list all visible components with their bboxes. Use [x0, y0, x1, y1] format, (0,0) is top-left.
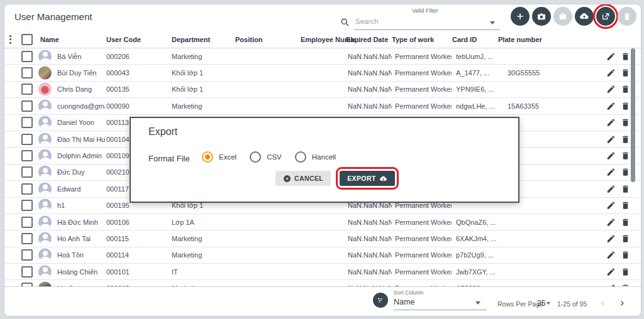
export-confirm-button[interactable]: EXPORT — [340, 171, 395, 186]
vertical-scrollbar[interactable] — [631, 48, 635, 182]
trash-icon — [621, 251, 630, 260]
delete-button[interactable] — [621, 267, 630, 276]
export-button[interactable] — [596, 7, 615, 26]
trash-icon — [621, 267, 630, 276]
chevron-right-icon — [618, 300, 626, 307]
table-row[interactable]: Bá Viễn 000206 Marketing NaN.NaN.NaN Per… — [4, 48, 641, 65]
table-row[interactable]: Hoà Tôn 000114 Marketing NaN.NaN.NaN Per… — [4, 247, 641, 264]
cell-card-id: p7b2Ug9, ... — [456, 251, 503, 259]
cell-department: Marketing — [172, 102, 231, 110]
edit-button[interactable] — [606, 251, 616, 260]
cell-user-code: 000090 — [106, 102, 150, 110]
select-all-checkbox[interactable] — [21, 34, 33, 45]
row-checkbox[interactable] — [21, 183, 33, 195]
cell-name: Đức Duy — [57, 168, 105, 176]
trash-icon — [622, 11, 632, 21]
row-checkbox[interactable] — [21, 150, 33, 161]
pencil-icon — [606, 51, 616, 61]
row-checkbox[interactable] — [21, 51, 33, 62]
valid-filter-select[interactable] — [411, 16, 500, 30]
delete-button[interactable] — [621, 217, 630, 227]
delete-button[interactable] — [621, 234, 630, 243]
col-name: Name — [40, 36, 59, 43]
rows-per-page-value: 25 — [537, 299, 545, 308]
edit-button[interactable] — [606, 234, 616, 243]
cell-name: Edward — [57, 185, 105, 193]
row-checkbox[interactable] — [21, 100, 33, 112]
delete-button[interactable] — [621, 184, 630, 193]
edit-button[interactable] — [606, 118, 616, 127]
delete-button[interactable] — [621, 118, 630, 127]
row-checkbox[interactable] — [21, 166, 33, 178]
row-checkbox[interactable] — [21, 200, 33, 211]
row-checkbox[interactable] — [21, 67, 33, 78]
delete-button[interactable] — [621, 251, 630, 260]
radio-hancell[interactable] — [295, 151, 306, 163]
delete-button[interactable] — [621, 201, 630, 210]
edit-button[interactable] — [606, 68, 616, 78]
next-page-button[interactable] — [616, 297, 628, 310]
cell-user-code: 000206 — [106, 53, 150, 60]
camera-button[interactable] — [532, 7, 551, 26]
format-file-label: Format File — [148, 154, 190, 163]
camera-icon — [536, 11, 547, 21]
pagination-range: 1-25 of 95 — [557, 300, 587, 308]
cell-user-code: 000043 — [106, 69, 150, 77]
edit-button[interactable] — [606, 151, 616, 161]
cloud-upload-icon — [579, 11, 589, 21]
pencil-icon — [606, 251, 616, 260]
delete-button[interactable] — [621, 168, 630, 177]
edit-button[interactable] — [606, 101, 616, 111]
edit-button[interactable] — [606, 217, 616, 227]
cell-expired-date: NaN.NaN.NaN — [348, 268, 392, 276]
cancel-button[interactable]: CANCEL — [275, 171, 331, 186]
row-checkbox[interactable] — [21, 117, 33, 128]
chevron-down-icon — [475, 301, 480, 305]
kebab-menu-icon[interactable] — [9, 35, 12, 44]
upload-button[interactable] — [575, 7, 594, 26]
delete-button[interactable] — [621, 85, 630, 94]
radio-csv[interactable] — [250, 151, 261, 163]
delete-button[interactable] — [621, 101, 630, 111]
row-checkbox[interactable] — [21, 217, 33, 228]
edit-button[interactable] — [606, 168, 616, 177]
add-button[interactable] — [511, 7, 530, 26]
pencil-icon — [606, 134, 616, 144]
edit-button[interactable] — [606, 201, 616, 210]
edit-button[interactable] — [606, 184, 616, 193]
table-row[interactable]: Hoàng Chiến 000101 IT NaN.NaN.NaN Perman… — [4, 264, 641, 280]
delete-button[interactable] — [621, 134, 630, 144]
table-row[interactable]: cuongnda@gmail. 000090 Marketing NaN.NaN… — [4, 98, 641, 114]
share-icon — [601, 11, 611, 21]
cell-name: Đào Thị Mai Hươn — [57, 136, 105, 143]
search-input[interactable] — [354, 13, 411, 30]
row-checkbox[interactable] — [21, 233, 33, 244]
search-icon — [340, 18, 350, 27]
delete-button[interactable] — [621, 68, 630, 78]
row-checkbox[interactable] — [21, 84, 33, 95]
cell-card-id: YPN9IE6, ... — [456, 85, 503, 93]
edit-button[interactable] — [606, 51, 616, 61]
delete-button[interactable] — [621, 51, 630, 61]
cell-expired-date: NaN.NaN.NaN — [348, 219, 392, 226]
rows-per-page-select[interactable]: 25 — [537, 299, 550, 308]
avatar — [38, 132, 52, 146]
avatar — [38, 83, 52, 96]
table-row[interactable]: Huyền 000212 Marketing NaN.NaN.NaN Perma… — [4, 280, 641, 286]
cell-type-of-work: Permanent Worker — [395, 53, 452, 60]
edit-button[interactable] — [606, 85, 616, 94]
row-checkbox[interactable] — [21, 134, 33, 145]
row-checkbox[interactable] — [21, 266, 33, 278]
row-checkbox[interactable] — [21, 249, 33, 261]
cell-department: Khối lớp 1 — [172, 85, 231, 93]
edit-button[interactable] — [606, 134, 616, 144]
sort-column-select[interactable]: Name — [394, 296, 487, 310]
table-row[interactable]: Hà Đức Minh 000106 Lớp 1A NaN.NaN.NaN Pe… — [4, 214, 641, 230]
edit-button[interactable] — [606, 267, 616, 276]
radio-excel[interactable] — [202, 151, 213, 163]
delete-button[interactable] — [621, 151, 630, 161]
table-row[interactable]: Bùi Duy Tiến 000043 Khối lớp 1 NaN.NaN.N… — [4, 65, 641, 81]
table-row[interactable]: Chris Dang 000135 Khối lớp 1 NaN.NaN.NaN… — [4, 82, 641, 98]
table-row[interactable]: Ho Anh Tai 000115 Marketing NaN.NaN.NaN … — [4, 230, 641, 247]
sort-button[interactable] — [373, 293, 388, 308]
